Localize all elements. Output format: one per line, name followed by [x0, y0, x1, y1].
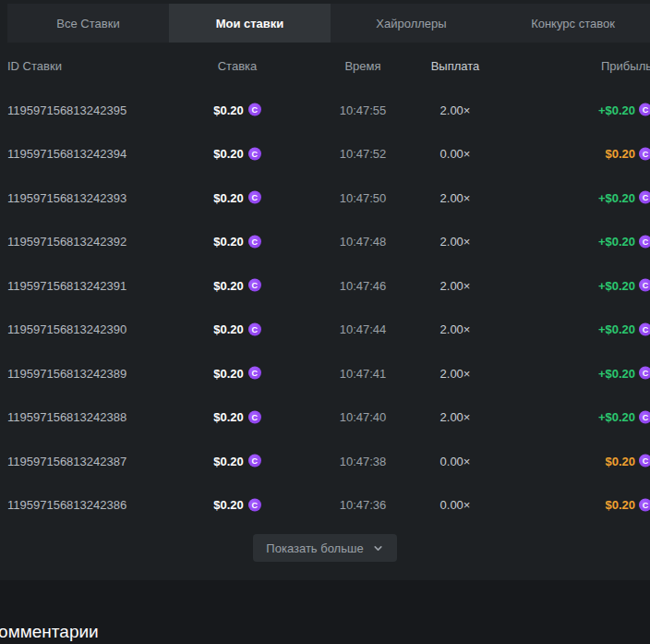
bet-id: 119597156813242388 — [7, 410, 126, 424]
bcd-coin-icon: C — [248, 410, 261, 423]
bet-amount-value: $0.20 — [213, 103, 244, 116]
bet-amount-value: $0.20 — [213, 147, 244, 161]
bet-profit-value: $0.20 — [605, 147, 635, 161]
bet-id: 119597156813242386 — [7, 498, 126, 512]
bet-profit-value: +$0.20 — [598, 278, 635, 292]
bet-profit: +$0.20C — [449, 190, 650, 204]
bet-profit: $0.20C — [449, 147, 650, 161]
bet-amount: $0.20C — [168, 366, 307, 380]
bets-tabbar: Все Ставки Мои ставки Хайроллеры Конкурс… — [7, 4, 650, 43]
table-row[interactable]: 119597156813242390$0.20C10:47:442.00×+$0… — [0, 308, 650, 352]
bet-amount-value: $0.20 — [213, 190, 244, 204]
bet-id: 119597156813242395 — [7, 103, 126, 116]
table-header-row: ID Ставки Ставка Время Выплата Прибыль — [0, 43, 650, 88]
bet-id: 119597156813242394 — [7, 147, 126, 161]
bcd-coin-icon: C — [639, 498, 650, 511]
bet-profit-value: +$0.20 — [598, 190, 635, 204]
show-more-button[interactable]: Показать больше — [253, 534, 396, 562]
bet-profit-value: +$0.20 — [598, 322, 635, 336]
bcd-coin-icon: C — [639, 103, 650, 116]
bcd-coin-icon: C — [248, 235, 261, 248]
table-row[interactable]: 119597156813242394$0.20C10:47:520.00×$0.… — [0, 132, 650, 176]
bet-amount: $0.20C — [168, 410, 307, 424]
bcd-coin-icon: C — [639, 191, 650, 204]
bcd-coin-icon: C — [639, 455, 650, 468]
bcd-coin-icon: C — [248, 498, 261, 511]
bet-amount-value: $0.20 — [213, 322, 244, 336]
bet-amount: $0.20C — [168, 235, 307, 249]
chevron-down-icon — [372, 542, 384, 554]
bet-amount: $0.20C — [168, 454, 307, 468]
show-more-label: Показать больше — [266, 541, 363, 555]
bcd-coin-icon: C — [639, 147, 650, 160]
comments-section: Комментарии — [0, 580, 650, 644]
bet-id: 119597156813242390 — [7, 322, 126, 336]
bet-profit: +$0.20C — [449, 278, 650, 292]
header-bet: Ставка — [168, 58, 307, 72]
bcd-coin-icon: C — [639, 235, 650, 248]
header-profit-label: Прибыль — [601, 58, 650, 72]
table-row[interactable]: 119597156813242388$0.20C10:47:402.00×+$0… — [0, 395, 650, 440]
bets-panel: Все Ставки Мои ставки Хайроллеры Конкурс… — [0, 0, 650, 644]
tab-high-rollers[interactable]: Хайроллеры — [331, 4, 492, 43]
bet-profit-value: +$0.20 — [598, 366, 635, 380]
bet-profit: +$0.20C — [449, 235, 650, 249]
bet-profit-value: +$0.20 — [598, 103, 635, 116]
bet-amount: $0.20C — [168, 322, 307, 336]
table-row[interactable]: 119597156813242391$0.20C10:47:462.00×+$0… — [0, 263, 650, 308]
bet-profit-value: +$0.20 — [598, 235, 635, 249]
tab-my-bets[interactable]: Мои ставки — [169, 4, 331, 43]
bet-amount: $0.20C — [168, 498, 307, 512]
bet-profit: $0.20C — [449, 454, 650, 468]
bet-profit: +$0.20C — [449, 410, 650, 424]
bet-amount-value: $0.20 — [213, 454, 244, 468]
bet-profit: +$0.20C — [449, 366, 650, 380]
bet-amount-value: $0.20 — [213, 410, 244, 424]
bet-amount: $0.20C — [168, 147, 307, 161]
table-body: 119597156813242395$0.20C10:47:552.00×+$0… — [0, 88, 650, 527]
bet-profit: $0.20C — [449, 498, 650, 512]
bet-id: 119597156813242389 — [7, 366, 126, 380]
bcd-coin-icon: C — [248, 191, 261, 204]
tab-bet-contest[interactable]: Конкурс ставок — [492, 4, 650, 43]
table-row[interactable]: 119597156813242393$0.20C10:47:502.00×+$0… — [0, 176, 650, 220]
bet-amount: $0.20C — [168, 278, 307, 292]
bet-amount: $0.20C — [168, 103, 307, 116]
bcd-coin-icon: C — [248, 322, 261, 335]
bet-amount-value: $0.20 — [213, 498, 244, 512]
bcd-coin-icon: C — [248, 147, 261, 160]
bet-id: 119597156813242387 — [7, 454, 126, 468]
bcd-coin-icon: C — [248, 279, 261, 292]
bcd-coin-icon: C — [248, 103, 261, 116]
bet-profit: +$0.20C — [449, 322, 650, 336]
table-row[interactable]: 119597156813242387$0.20C10:47:380.00×$0.… — [0, 439, 650, 483]
bet-amount-value: $0.20 — [213, 235, 244, 249]
table-row[interactable]: 119597156813242395$0.20C10:47:552.00×+$0… — [0, 88, 650, 132]
bet-id: 119597156813242393 — [7, 190, 126, 204]
bcd-coin-icon: C — [639, 279, 650, 292]
bet-id: 119597156813242392 — [7, 235, 126, 249]
bcd-coin-icon: C — [248, 367, 261, 380]
bet-profit-value: $0.20 — [605, 454, 635, 468]
bet-profit-value: +$0.20 — [598, 410, 635, 424]
header-bet-id: ID Ставки — [7, 58, 62, 72]
bcd-coin-icon: C — [248, 455, 261, 468]
table-row[interactable]: 119597156813242386$0.20C10:47:360.00×$0.… — [0, 483, 650, 528]
bcd-coin-icon: C — [639, 322, 650, 335]
bet-amount-value: $0.20 — [213, 366, 244, 380]
show-more-wrap: Показать больше — [0, 534, 650, 562]
bcd-coin-icon: C — [639, 367, 650, 380]
bet-amount-value: $0.20 — [213, 278, 244, 292]
table-row[interactable]: 119597156813242389$0.20C10:47:412.00×+$0… — [0, 351, 650, 395]
comments-title: Комментарии — [0, 622, 99, 642]
bet-id: 119597156813242391 — [7, 278, 126, 292]
bet-profit-value: $0.20 — [605, 498, 635, 512]
table-row[interactable]: 119597156813242392$0.20C10:47:482.00×+$0… — [0, 220, 650, 264]
bets-table: ID Ставки Ставка Время Выплата Прибыль 1… — [0, 43, 650, 527]
bcd-coin-icon: C — [639, 410, 650, 423]
bet-profit: +$0.20C — [449, 103, 650, 116]
header-profit: Прибыль — [449, 58, 650, 72]
tab-all-bets[interactable]: Все Ставки — [7, 4, 169, 43]
bet-amount: $0.20C — [168, 190, 307, 204]
